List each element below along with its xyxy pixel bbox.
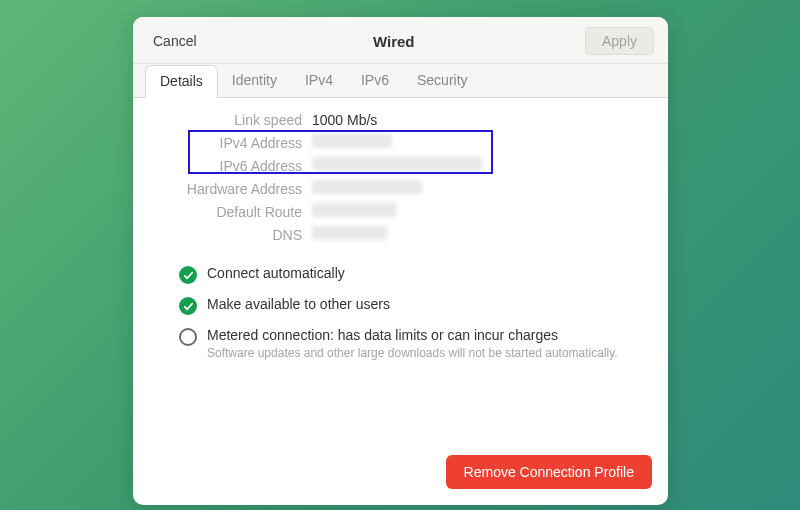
make-available-label: Make available to other users [207, 296, 390, 314]
connect-automatically-toggle[interactable]: Connect automatically [179, 265, 644, 284]
metered-connection-toggle[interactable]: Metered connection: has data limits or c… [179, 327, 644, 360]
tab-details[interactable]: Details [145, 65, 218, 98]
dialog-header: Cancel Wired Apply [133, 17, 668, 64]
ipv6-address-label: IPv6 Address [157, 158, 302, 174]
details-grid: Link speed 1000 Mb/s IPv4 Address IPv6 A… [157, 112, 644, 243]
tab-identity[interactable]: Identity [218, 65, 291, 98]
ipv4-address-label: IPv4 Address [157, 135, 302, 151]
check-icon [179, 266, 197, 284]
options-section: Connect automatically Make available to … [157, 265, 644, 360]
link-speed-label: Link speed [157, 112, 302, 128]
hardware-address-label: Hardware Address [157, 181, 302, 197]
apply-button[interactable]: Apply [585, 27, 654, 55]
link-speed-value: 1000 Mb/s [312, 112, 644, 128]
dialog-title: Wired [203, 33, 585, 50]
tab-ipv6[interactable]: IPv6 [347, 65, 403, 98]
ipv4-address-value [312, 134, 644, 151]
default-route-value [312, 203, 644, 220]
network-settings-dialog: Cancel Wired Apply Details Identity IPv4… [133, 17, 668, 505]
dialog-footer: Remove Connection Profile [133, 445, 668, 505]
details-panel: Link speed 1000 Mb/s IPv4 Address IPv6 A… [133, 98, 668, 445]
dns-value [312, 226, 644, 243]
default-route-label: Default Route [157, 204, 302, 220]
metered-connection-label: Metered connection: has data limits or c… [207, 327, 618, 345]
radio-icon [179, 328, 197, 346]
connect-automatically-label: Connect automatically [207, 265, 345, 283]
check-icon [179, 297, 197, 315]
dns-label: DNS [157, 227, 302, 243]
tab-security[interactable]: Security [403, 65, 482, 98]
hardware-address-value [312, 180, 644, 197]
tab-bar: Details Identity IPv4 IPv6 Security [133, 64, 668, 98]
tab-ipv4[interactable]: IPv4 [291, 65, 347, 98]
ipv6-address-value [312, 157, 644, 174]
make-available-toggle[interactable]: Make available to other users [179, 296, 644, 315]
remove-connection-button[interactable]: Remove Connection Profile [446, 455, 652, 489]
cancel-button[interactable]: Cancel [147, 29, 203, 53]
metered-connection-sublabel: Software updates and other large downloa… [207, 346, 618, 360]
